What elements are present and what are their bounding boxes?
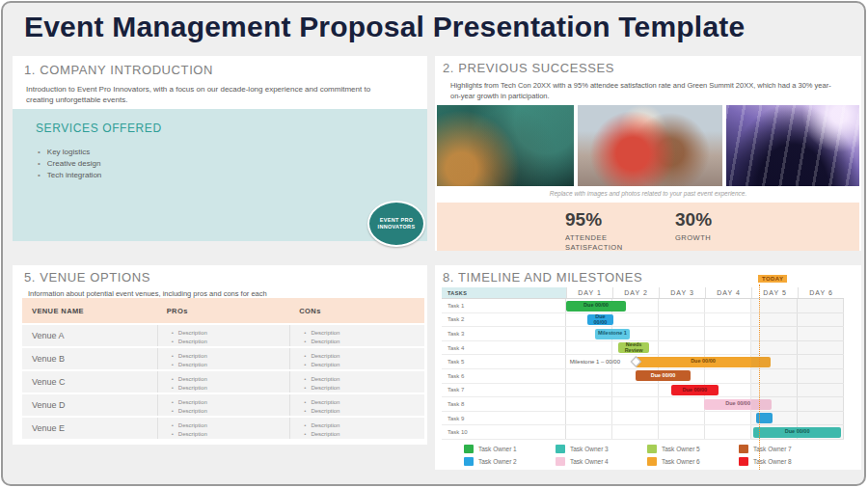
venue-pros-cell: DescriptionDescription xyxy=(157,371,290,393)
gantt-day-header: DAY 1 xyxy=(566,287,612,298)
event-photo-strip xyxy=(437,105,859,186)
stat-label: ATTENDEE SATISFACTION xyxy=(565,233,648,253)
venue-description: Description xyxy=(304,398,424,407)
venue-row: Venue CDescriptionDescriptionDescription… xyxy=(22,369,424,393)
venue-description: Description xyxy=(304,352,424,361)
venue-description: Description xyxy=(304,384,424,393)
services-list: Key logistics Creative design Tech integ… xyxy=(38,148,101,182)
gantt-row: Task 7Due 00/00 xyxy=(442,384,844,398)
legend-item: Task Owner 3 xyxy=(556,443,647,455)
legend-label: Task Owner 6 xyxy=(662,458,700,465)
venue-row: Venue EDescriptionDescriptionDescription… xyxy=(22,416,424,439)
gantt-legend: Task Owner 1Task Owner 2Task Owner 3Task… xyxy=(464,443,830,468)
legend-swatch-icon xyxy=(647,457,657,466)
legend-swatch-icon xyxy=(556,457,565,466)
service-item: Key logistics xyxy=(38,148,101,156)
gantt-bar: Due 00/00 xyxy=(671,385,719,395)
event-photo-concert-stage xyxy=(726,105,859,186)
gantt-row: Task 6Due 00/00 xyxy=(442,369,844,384)
legend-label: Task Owner 5 xyxy=(662,446,700,452)
gantt-bar-area: Due 00/00 xyxy=(566,369,844,383)
gantt-task-label: Task 4 xyxy=(442,341,566,355)
gantt-bar: Due 00/00 xyxy=(704,399,772,410)
gantt-task-label: Task 2 xyxy=(442,313,566,327)
legend-item: Task Owner 2 xyxy=(464,455,556,468)
venue-table-header: VENUE NAME PROs CONs xyxy=(22,298,424,323)
company-introduction-panel: 1. COMPANY INTRODUCTION Introduction to … xyxy=(13,56,427,241)
successes-body: Highlights from Tech Con 20XX with a 95%… xyxy=(450,81,840,101)
gantt-task-label: Task 7 xyxy=(442,384,566,397)
venue-pros-cell: DescriptionDescription xyxy=(157,418,290,439)
legend-swatch-icon xyxy=(556,445,565,453)
legend-swatch-icon xyxy=(464,445,474,453)
gantt-bar-area: Due 00/00 xyxy=(566,384,844,397)
gantt-tasks-header: TASKS xyxy=(442,287,566,298)
venue-name: Venue A xyxy=(22,325,157,346)
timeline-heading: 8. TIMELINE AND MILESTONES xyxy=(443,270,642,285)
gantt-task-label: Task 9 xyxy=(442,412,566,425)
legend-item: Task Owner 7 xyxy=(739,443,830,455)
venue-cons-cell: DescriptionDescription xyxy=(289,348,424,369)
legend-item: Task Owner 1 xyxy=(464,443,556,455)
venue-description: Description xyxy=(172,398,290,407)
gantt-row: Task 9 xyxy=(442,412,844,426)
stat-label: GROWTH xyxy=(675,233,758,243)
today-marker-label: TODAY xyxy=(758,275,787,283)
venue-description: Description xyxy=(304,421,424,430)
gantt-bar: Due 00/00 xyxy=(753,427,841,438)
photo-caption: Replace with images and photos related t… xyxy=(435,190,861,197)
company-heading: 1. COMPANY INTRODUCTION xyxy=(24,63,213,77)
gantt-task-label: Task 8 xyxy=(442,397,566,411)
stats-box: 95% ATTENDEE SATISFACTION 30% GROWTH xyxy=(437,203,859,251)
gantt-task-label: Task 6 xyxy=(442,369,566,383)
venue-col-header: CONs xyxy=(289,307,424,315)
venue-cons-cell: DescriptionDescription xyxy=(289,418,424,439)
venue-description: Description xyxy=(172,421,290,430)
legend-swatch-icon xyxy=(739,445,748,453)
company-body: Introduction to Event Pro Innovators, wi… xyxy=(26,84,391,105)
gantt-task-label: Task 3 xyxy=(442,327,566,340)
company-logo-badge: EVENT PRO INNOVATORS xyxy=(367,201,425,247)
successes-heading: 2. PREVIOUS SUCCESSES xyxy=(443,61,614,75)
stat-value: 30% xyxy=(675,209,758,230)
venue-description: Description xyxy=(304,375,424,384)
venue-description: Description xyxy=(172,352,290,361)
legend-label: Task Owner 2 xyxy=(478,458,517,465)
venue-description: Description xyxy=(172,338,290,346)
gantt-row: Task 1Due 00/00 xyxy=(442,299,844,313)
gantt-row: Task 5Milestone 1 – 00/00Due 00/00 xyxy=(442,355,844,369)
gantt-day-header: DAY 3 xyxy=(659,287,705,298)
gantt-bar: Needs Review xyxy=(618,342,649,353)
services-heading: SERVICES OFFERED xyxy=(36,122,162,135)
gantt-bar-area: Milestone 1 – 00/00Due 00/00 xyxy=(566,355,844,368)
legend-swatch-icon xyxy=(464,457,474,466)
venue-pros-cell: DescriptionDescription xyxy=(157,394,290,416)
stat-attendee-satisfaction: 95% ATTENDEE SATISFACTION xyxy=(565,209,648,253)
legend-item: Task Owner 6 xyxy=(647,455,739,468)
venue-col-header: VENUE NAME xyxy=(22,307,157,315)
slide-card: Event Management Proposal Presentation T… xyxy=(1,1,866,486)
legend-label: Task Owner 1 xyxy=(478,446,517,452)
gantt-task-label: Task 10 xyxy=(442,425,566,439)
venue-col-header: PROs xyxy=(157,307,290,315)
gantt-bar-area: Due 00/00 xyxy=(566,313,844,327)
gantt-header-row: TASKS DAY 1DAY 2DAY 3DAY 4DAY 5DAY 6 xyxy=(442,287,844,299)
stat-value: 95% xyxy=(565,209,648,230)
services-offered-box: SERVICES OFFERED Key logistics Creative … xyxy=(13,109,427,241)
event-photo-festival-daylight xyxy=(578,105,722,186)
gantt-day-header: DAY 6 xyxy=(798,287,844,298)
gantt-row: Task 4Needs Review xyxy=(442,341,844,356)
gantt-bar-area xyxy=(566,412,844,425)
venue-row: Venue DDescriptionDescriptionDescription… xyxy=(22,393,424,416)
gantt-task-label: Task 1 xyxy=(442,299,566,312)
gantt-day-headers: DAY 1DAY 2DAY 3DAY 4DAY 5DAY 6 xyxy=(566,287,844,298)
venue-table: VENUE NAME PROs CONs Venue ADescriptionD… xyxy=(22,298,424,439)
gantt-bar: Due 00/00 xyxy=(566,301,626,312)
venue-name: Venue E xyxy=(22,418,157,439)
venue-row: Venue ADescriptionDescriptionDescription… xyxy=(22,323,424,346)
service-item: Tech integration xyxy=(38,171,101,179)
gantt-bar-area: Milestone 1 xyxy=(566,327,844,340)
gantt-bar: Due 00/00 xyxy=(587,314,613,325)
venue-cons-cell: DescriptionDescription xyxy=(289,325,424,346)
venue-description: Description xyxy=(304,329,424,338)
